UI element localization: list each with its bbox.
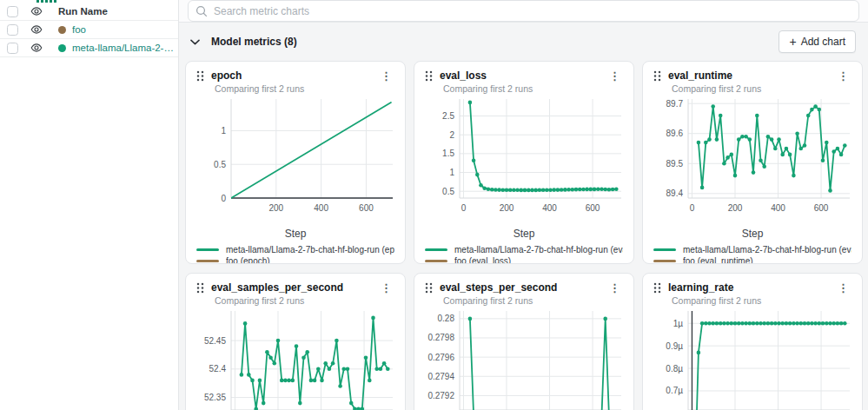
eye-icon[interactable] <box>30 42 43 54</box>
x-axis-label: Step <box>425 228 623 240</box>
chart-card: epoch⋮Comparing first 2 runs00.512004006… <box>185 61 406 264</box>
svg-text:1: 1 <box>449 168 454 177</box>
run-name[interactable]: foo <box>72 24 86 35</box>
runs-sidebar: Run Name foo meta-llama/Llama-2-7b-chat-… <box>0 0 179 410</box>
svg-text:200: 200 <box>500 203 514 213</box>
svg-text:0.2794: 0.2794 <box>427 372 454 381</box>
chart-title: learning_rate <box>668 281 835 294</box>
kebab-menu-icon[interactable]: ⋮ <box>378 70 394 82</box>
visibility-all-eye-icon[interactable] <box>30 5 43 17</box>
svg-text:89.4: 89.4 <box>666 188 684 198</box>
run-name[interactable]: meta-llama/Llama-2-7b-chat-hf-blog-run <box>72 43 175 53</box>
svg-text:0: 0 <box>221 194 226 203</box>
run-color-strip <box>36 0 57 3</box>
chart-card: learning_rate⋮Comparing first 2 runs0.7µ… <box>642 273 863 410</box>
svg-text:0.5: 0.5 <box>214 160 226 169</box>
svg-text:52.4: 52.4 <box>209 364 227 374</box>
svg-text:600: 600 <box>359 203 374 213</box>
x-axis-label: Step <box>196 228 394 240</box>
svg-text:600: 600 <box>586 203 600 213</box>
svg-text:2.5: 2.5 <box>442 111 454 121</box>
search-input[interactable] <box>214 5 851 17</box>
svg-text:1µ: 1µ <box>673 319 684 328</box>
legend-label: foo (eval_loss) <box>454 256 511 264</box>
svg-text:1: 1 <box>221 126 226 136</box>
legend: meta-llama/Llama-2-7b-chat-hf-blog-run (… <box>653 244 851 264</box>
run-list: foo meta-llama/Llama-2-7b-chat-hf-blog-r… <box>0 21 178 57</box>
svg-text:0: 0 <box>461 203 467 213</box>
add-chart-label: Add chart <box>801 36 845 48</box>
add-chart-button[interactable]: + Add chart <box>779 30 856 53</box>
drag-handle-icon[interactable] <box>653 282 661 294</box>
chart-card-header: learning_rate⋮ <box>653 281 851 294</box>
run-row[interactable]: meta-llama/Llama-2-7b-chat-hf-blog-run <box>0 39 178 57</box>
legend-swatch <box>653 260 676 262</box>
charts-grid: epoch⋮Comparing first 2 runs00.512004006… <box>179 61 868 410</box>
legend: meta-llama/Llama-2-7b-chat-hf-blog-run (… <box>196 244 394 264</box>
svg-text:52.35: 52.35 <box>204 393 226 402</box>
legend-label: foo (eval_runtime) <box>683 256 753 264</box>
legend-label: meta-llama/Llama-2-7b-chat-hf-blog-run (… <box>226 245 394 255</box>
svg-text:0.2798: 0.2798 <box>427 333 454 342</box>
eye-icon[interactable] <box>30 23 43 36</box>
chart-card-header: eval_steps_per_second⋮ <box>425 281 623 294</box>
chart-title: eval_steps_per_second <box>440 281 606 294</box>
chart-card: eval_samples_per_second⋮Comparing first … <box>185 273 406 410</box>
app-window: Run Name foo meta-llama/Llama-2-7b-chat-… <box>0 0 868 410</box>
kebab-menu-icon[interactable]: ⋮ <box>606 70 623 82</box>
chart-card: eval_steps_per_second⋮Comparing first 2 … <box>414 273 634 410</box>
run-row[interactable]: foo <box>0 21 178 39</box>
chart-subtitle: Comparing first 2 runs <box>215 295 394 306</box>
chevron-down-icon[interactable] <box>190 39 200 45</box>
run-checkbox[interactable] <box>7 43 18 54</box>
chart-subtitle: Comparing first 2 runs <box>215 83 394 94</box>
chart-card-header: eval_loss⋮ <box>425 69 623 82</box>
run-color-dot <box>58 26 66 34</box>
chart-title: epoch <box>211 69 378 82</box>
legend-swatch <box>196 248 219 251</box>
svg-text:400: 400 <box>542 203 557 213</box>
svg-text:0.2792: 0.2792 <box>427 391 454 400</box>
chart-card: eval_runtime⋮Comparing first 2 runs89.48… <box>642 61 863 264</box>
svg-text:0.9µ: 0.9µ <box>666 341 683 351</box>
drag-handle-icon[interactable] <box>653 70 661 82</box>
drag-handle-icon[interactable] <box>196 70 204 82</box>
svg-text:0: 0 <box>690 203 695 213</box>
legend-item: foo (eval_runtime) <box>653 255 851 264</box>
svg-text:400: 400 <box>314 203 328 213</box>
drag-handle-icon[interactable] <box>425 70 433 82</box>
legend-item: meta-llama/Llama-2-7b-chat-hf-blog-run (… <box>425 244 623 255</box>
line-chart: 52.3552.452.450200400600 <box>196 306 396 410</box>
svg-text:0.7µ: 0.7µ <box>666 386 683 395</box>
chart-title: eval_runtime <box>668 69 835 82</box>
legend-label: meta-llama/Llama-2-7b-chat-hf-blog-run (… <box>683 245 851 255</box>
select-all-checkbox[interactable] <box>7 6 18 17</box>
run-table-header: Run Name <box>0 3 178 21</box>
legend-swatch <box>425 248 447 251</box>
run-checkbox[interactable] <box>7 24 18 36</box>
svg-text:600: 600 <box>814 203 829 213</box>
kebab-menu-icon[interactable]: ⋮ <box>835 282 851 294</box>
drag-handle-icon[interactable] <box>425 282 433 294</box>
kebab-menu-icon[interactable]: ⋮ <box>606 282 623 294</box>
legend-swatch <box>653 248 676 251</box>
svg-text:2: 2 <box>449 130 454 140</box>
kebab-menu-icon[interactable]: ⋮ <box>378 282 394 294</box>
legend: meta-llama/Llama-2-7b-chat-hf-blog-run (… <box>425 244 623 264</box>
legend-item: foo (epoch) <box>196 255 394 264</box>
line-chart: 0.7µ0.8µ0.9µ1µ0200400600 <box>653 306 853 410</box>
line-chart: 0.511.522.50200400600 <box>425 94 625 224</box>
chart-card-header: eval_runtime⋮ <box>653 69 851 82</box>
search-bar-row <box>179 0 868 23</box>
line-chart: 89.489.589.689.70200400600 <box>653 94 853 224</box>
run-color-dot <box>58 44 66 52</box>
svg-text:52.45: 52.45 <box>204 336 226 346</box>
plus-icon: + <box>789 37 796 46</box>
svg-text:89.5: 89.5 <box>666 159 684 169</box>
chart-card-header: epoch⋮ <box>196 69 394 82</box>
legend-swatch <box>196 260 219 262</box>
drag-handle-icon[interactable] <box>196 282 204 294</box>
kebab-menu-icon[interactable]: ⋮ <box>835 70 851 82</box>
x-axis-label: Step <box>653 228 851 240</box>
search-box[interactable] <box>188 0 859 22</box>
